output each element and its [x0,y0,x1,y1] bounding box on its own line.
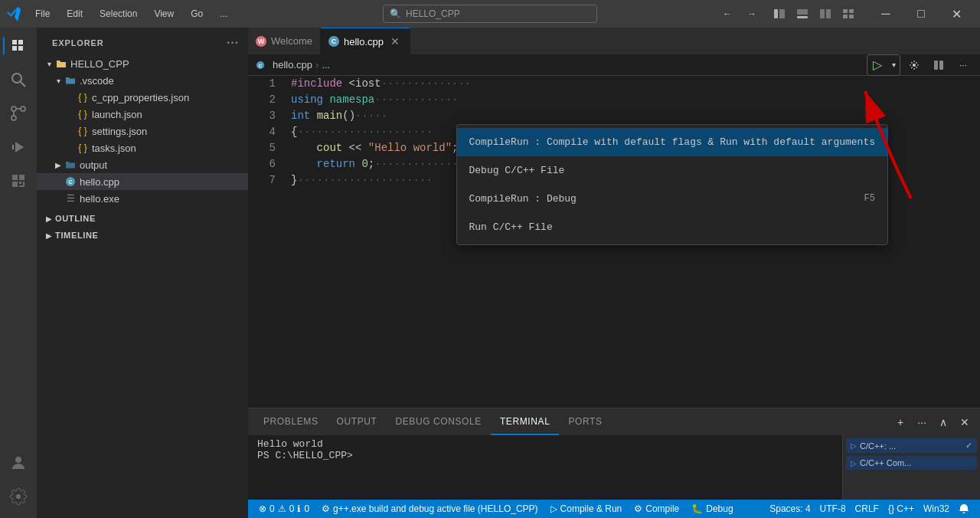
search-icon: 🔍 [390,8,401,19]
close-button[interactable]: ✕ [939,0,974,28]
menu-file[interactable]: File [28,5,57,22]
code-editor[interactable]: 1 2 3 4 5 6 7 #include <iost············… [248,76,980,408]
activity-settings[interactable] [3,481,34,512]
menu-more[interactable]: ... [212,5,235,22]
run-button[interactable]: ▷ [867,55,887,75]
vscode-folder-icon [64,74,77,87]
split-toggle[interactable] [815,3,836,25]
status-eol[interactable]: CRLF [851,500,884,518]
launch-json-label: launch.json [92,109,142,120]
split-editor-button[interactable] [928,57,949,74]
menu-selection[interactable]: Selection [92,5,145,22]
status-platform[interactable]: Win32 [919,500,954,518]
sidebar-toggle[interactable] [769,3,790,25]
tree-timeline[interactable]: ▶ TIMELINE [37,227,248,244]
menu-view[interactable]: View [146,5,181,22]
folder-arrow: ▾ [43,57,55,70]
menu-edit[interactable]: Edit [59,5,90,22]
status-compile-run[interactable]: ▷ Compile & Run [546,500,627,518]
sidebar-more-button[interactable]: ··· [227,36,239,50]
json-icon: { } [77,91,89,103]
tab-output[interactable]: OUTPUT [328,408,387,435]
tree-settings-json[interactable]: { } settings.json [37,123,248,139]
dropdown-item-debug-cpp[interactable]: Debug C/C++ File [457,156,888,185]
settings-json-label: settings.json [92,126,147,137]
tree-outline[interactable]: ▶ OUTLINE [37,210,248,227]
status-compile[interactable]: ⚙ Compile [629,500,684,518]
terminal-badge-cpp[interactable]: ▷ C/C++: ... ✓ [846,438,977,453]
minimize-button[interactable]: ─ [868,0,903,28]
activity-explorer[interactable] [3,31,34,61]
add-terminal-button[interactable]: + [891,413,910,431]
run-dropdown[interactable]: ▾ [887,55,900,75]
folder-icon [55,57,67,70]
tree-vscode-folder[interactable]: ▾ .vscode [37,72,248,89]
tab-hello-cpp[interactable]: C hello.cpp ✕ [321,28,410,54]
activity-account[interactable] [3,448,34,478]
menu-go[interactable]: Go [183,5,211,22]
dropdown-menu: CompileRun : Compile with default flags … [456,124,889,245]
dropdown-item-label: Run C/C++ File [469,219,553,235]
svg-rect-3 [797,16,808,18]
terminal-badge-cpp2-icon: ▷ [851,459,857,467]
svg-rect-5 [826,9,831,18]
status-debug[interactable]: 🐛 Debug [687,500,737,518]
panel-toggle[interactable] [792,3,813,25]
build-icon: ⚙ [322,503,330,514]
status-language[interactable]: {} C++ [884,500,919,518]
cpp-tab-icon: C [328,36,339,47]
titlebar-menu: File Edit Selection View Go ... [28,5,710,22]
timeline-label: TIMELINE [55,231,99,240]
dropdown-item-compilerun[interactable]: CompileRun : Compile with default flags … [457,128,888,156]
maximize-button[interactable]: □ [903,0,939,28]
nav-forward[interactable]: → [741,3,763,25]
activity-search[interactable] [3,64,34,95]
tree-hello-cpp[interactable]: C hello.cpp [37,173,248,190]
svg-point-10 [12,74,21,83]
status-encoding[interactable]: UTF-8 [815,500,851,518]
titlebar-search[interactable]: 🔍 HELLO_CPP [383,5,597,23]
status-error[interactable]: ⊗ 0 ⚠ 0 ℹ 0 [254,500,314,518]
breadcrumb-more[interactable]: ... [322,59,330,70]
tab-ports[interactable]: PORTS [559,408,611,435]
nav-back[interactable]: ← [717,3,738,25]
tree-c-cpp-props[interactable]: { } c_cpp_properties.json [37,89,248,106]
tab-welcome[interactable]: W Welcome [248,28,321,54]
terminal-panel: PROBLEMS OUTPUT DEBUG CONSOLE TERMINAL P… [248,408,980,500]
svg-point-23 [913,64,916,67]
activity-source-control[interactable] [3,98,34,129]
svg-rect-24 [934,61,938,70]
svg-rect-4 [820,9,825,18]
tab-close-button[interactable]: ✕ [388,34,402,48]
error-icon: ⊗ [259,503,266,514]
status-notifications[interactable] [954,500,974,518]
panel-chevron-up[interactable]: ∧ [934,413,952,431]
dropdown-item-compilerun-debug[interactable]: CompileRun : Debug F5 [457,185,888,213]
tab-bar: W Welcome C hello.cpp ✕ [248,28,980,54]
tab-problems[interactable]: PROBLEMS [254,408,328,435]
dropdown-item-run-cpp[interactable]: Run C/C++ File [457,213,888,241]
status-spaces[interactable]: Spaces: 4 [765,500,815,518]
tree-launch-json[interactable]: { } launch.json [37,106,248,123]
activity-run-debug[interactable] [3,132,34,162]
customize-layout[interactable] [838,3,859,25]
terminal-badge-cpp2[interactable]: ▷ C/C++ Com... [846,456,977,470]
status-build-task[interactable]: ⚙ g++.exe build and debug active file (H… [317,500,543,518]
terminal-content[interactable]: Hello world PS C:\HELLO_CPP> [248,435,842,500]
more-actions-button[interactable]: ··· [952,57,974,74]
layout-buttons [769,3,859,25]
breadcrumb-file[interactable]: hello.cpp [273,59,312,70]
svg-point-12 [11,107,16,111]
tab-debug-console[interactable]: DEBUG CONSOLE [386,408,491,435]
tree-root-folder[interactable]: ▾ HELLO_CPP [37,55,248,72]
code-line-2: using namespa············· [291,92,980,108]
svg-line-11 [21,82,25,87]
activity-extensions[interactable] [3,166,34,196]
terminal-more-button[interactable]: ··· [913,413,931,431]
tree-output-folder[interactable]: ▶ output [37,156,248,173]
tree-hello-exe[interactable]: ☰ hello.exe [37,190,248,207]
settings-button[interactable] [903,57,925,74]
panel-close[interactable]: ✕ [956,413,974,431]
tree-tasks-json[interactable]: { } tasks.json [37,139,248,156]
tab-terminal[interactable]: TERMINAL [491,408,559,435]
